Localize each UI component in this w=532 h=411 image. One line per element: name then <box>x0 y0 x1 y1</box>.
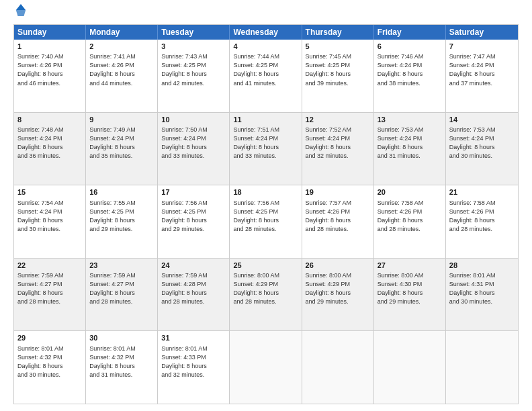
day-number: 2 <box>89 42 154 52</box>
calendar-cell-23: 23Sunrise: 7:59 AMSunset: 4:27 PMDayligh… <box>86 259 158 331</box>
calendar-cell-22: 22Sunrise: 7:59 AMSunset: 4:27 PMDayligh… <box>14 259 86 331</box>
logo <box>13 11 27 17</box>
cell-info: Sunrise: 7:50 AMSunset: 4:24 PMDaylight:… <box>161 126 226 161</box>
day-number: 14 <box>449 115 515 125</box>
calendar-cell-7: 7Sunrise: 7:47 AMSunset: 4:24 PMDaylight… <box>446 40 518 112</box>
day-number: 12 <box>306 115 370 125</box>
calendar-cell-12: 12Sunrise: 7:52 AMSunset: 4:24 PMDayligh… <box>302 113 374 185</box>
calendar-cell-1: 1Sunrise: 7:40 AMSunset: 4:26 PMDaylight… <box>14 40 86 112</box>
day-number: 9 <box>89 115 154 125</box>
calendar-cell-19: 19Sunrise: 7:57 AMSunset: 4:26 PMDayligh… <box>302 185 374 258</box>
calendar-row-0: 1Sunrise: 7:40 AMSunset: 4:26 PMDaylight… <box>14 40 518 113</box>
calendar-cell-24: 24Sunrise: 7:59 AMSunset: 4:28 PMDayligh… <box>158 259 230 331</box>
logo-icon <box>15 3 27 17</box>
calendar-cell-3: 3Sunrise: 7:43 AMSunset: 4:25 PMDaylight… <box>158 40 230 112</box>
day-number: 29 <box>17 333 82 343</box>
calendar-cell-16: 16Sunrise: 7:55 AMSunset: 4:25 PMDayligh… <box>86 185 158 258</box>
calendar-row-4: 29Sunrise: 8:01 AMSunset: 4:32 PMDayligh… <box>14 331 518 404</box>
cell-info: Sunrise: 7:51 AMSunset: 4:24 PMDaylight:… <box>233 126 298 161</box>
calendar-row-3: 22Sunrise: 7:59 AMSunset: 4:27 PMDayligh… <box>14 259 518 332</box>
header-day-thursday: Thursday <box>302 25 374 40</box>
calendar-cell-29: 29Sunrise: 8:01 AMSunset: 4:32 PMDayligh… <box>14 331 86 404</box>
day-number: 27 <box>378 261 442 271</box>
svg-marker-0 <box>16 4 26 10</box>
day-number: 23 <box>89 261 154 271</box>
header-day-wednesday: Wednesday <box>230 25 302 40</box>
calendar-cell-17: 17Sunrise: 7:56 AMSunset: 4:25 PMDayligh… <box>158 185 230 258</box>
calendar-cell-14: 14Sunrise: 7:53 AMSunset: 4:24 PMDayligh… <box>446 113 518 185</box>
header-day-friday: Friday <box>374 25 446 40</box>
cell-info: Sunrise: 7:48 AMSunset: 4:24 PMDaylight:… <box>17 126 82 161</box>
calendar-cell-4: 4Sunrise: 7:44 AMSunset: 4:25 PMDaylight… <box>230 40 302 112</box>
calendar-header: SundayMondayTuesdayWednesdayThursdayFrid… <box>14 25 518 40</box>
cell-info: Sunrise: 7:47 AMSunset: 4:24 PMDaylight:… <box>449 52 515 87</box>
day-number: 1 <box>17 42 82 52</box>
calendar-cell-empty-5 <box>374 331 446 404</box>
day-number: 24 <box>161 261 226 271</box>
cell-info: Sunrise: 8:00 AMSunset: 4:29 PMDaylight:… <box>233 271 298 306</box>
calendar-cell-11: 11Sunrise: 7:51 AMSunset: 4:24 PMDayligh… <box>230 113 302 185</box>
calendar-cell-26: 26Sunrise: 8:00 AMSunset: 4:29 PMDayligh… <box>302 259 374 331</box>
header-day-tuesday: Tuesday <box>158 25 230 40</box>
header <box>13 11 519 17</box>
calendar-cell-27: 27Sunrise: 8:00 AMSunset: 4:30 PMDayligh… <box>374 259 446 331</box>
day-number: 8 <box>17 115 82 125</box>
calendar-cell-8: 8Sunrise: 7:48 AMSunset: 4:24 PMDaylight… <box>14 113 86 185</box>
cell-info: Sunrise: 8:01 AMSunset: 4:32 PMDaylight:… <box>89 345 154 379</box>
day-number: 30 <box>89 333 154 343</box>
cell-info: Sunrise: 7:59 AMSunset: 4:27 PMDaylight:… <box>89 271 154 306</box>
calendar-cell-18: 18Sunrise: 7:56 AMSunset: 4:25 PMDayligh… <box>230 185 302 258</box>
day-number: 10 <box>161 115 226 125</box>
calendar-cell-21: 21Sunrise: 7:58 AMSunset: 4:26 PMDayligh… <box>446 185 518 258</box>
cell-info: Sunrise: 7:57 AMSunset: 4:26 PMDaylight:… <box>306 199 370 234</box>
cell-info: Sunrise: 8:00 AMSunset: 4:29 PMDaylight:… <box>306 271 370 306</box>
day-number: 20 <box>378 187 442 197</box>
cell-info: Sunrise: 7:56 AMSunset: 4:25 PMDaylight:… <box>233 199 298 234</box>
cell-info: Sunrise: 7:58 AMSunset: 4:26 PMDaylight:… <box>449 199 515 234</box>
day-number: 15 <box>17 187 82 197</box>
cell-info: Sunrise: 7:49 AMSunset: 4:24 PMDaylight:… <box>89 126 154 161</box>
calendar: SundayMondayTuesdayWednesdayThursdayFrid… <box>13 24 519 404</box>
calendar-cell-9: 9Sunrise: 7:49 AMSunset: 4:24 PMDaylight… <box>86 113 158 185</box>
day-number: 22 <box>17 261 82 271</box>
day-number: 11 <box>233 115 298 125</box>
calendar-cell-20: 20Sunrise: 7:58 AMSunset: 4:26 PMDayligh… <box>374 185 446 258</box>
cell-info: Sunrise: 7:53 AMSunset: 4:24 PMDaylight:… <box>378 126 442 161</box>
svg-marker-1 <box>16 10 26 16</box>
day-number: 6 <box>378 42 442 52</box>
calendar-cell-empty-4 <box>302 331 374 404</box>
cell-info: Sunrise: 8:01 AMSunset: 4:31 PMDaylight:… <box>449 271 515 306</box>
calendar-cell-empty-3 <box>230 331 302 404</box>
cell-info: Sunrise: 7:52 AMSunset: 4:24 PMDaylight:… <box>306 126 370 161</box>
cell-info: Sunrise: 7:58 AMSunset: 4:26 PMDaylight:… <box>378 199 442 234</box>
cell-info: Sunrise: 7:40 AMSunset: 4:26 PMDaylight:… <box>17 52 82 87</box>
cell-info: Sunrise: 7:54 AMSunset: 4:24 PMDaylight:… <box>17 199 82 234</box>
day-number: 5 <box>306 42 370 52</box>
day-number: 3 <box>161 42 226 52</box>
day-number: 21 <box>449 187 515 197</box>
calendar-cell-5: 5Sunrise: 7:45 AMSunset: 4:25 PMDaylight… <box>302 40 374 112</box>
calendar-cell-2: 2Sunrise: 7:41 AMSunset: 4:26 PMDaylight… <box>86 40 158 112</box>
calendar-row-2: 15Sunrise: 7:54 AMSunset: 4:24 PMDayligh… <box>14 185 518 259</box>
calendar-cell-31: 31Sunrise: 8:01 AMSunset: 4:33 PMDayligh… <box>158 331 230 404</box>
cell-info: Sunrise: 7:43 AMSunset: 4:25 PMDaylight:… <box>161 52 226 87</box>
header-day-saturday: Saturday <box>446 25 518 40</box>
day-number: 17 <box>161 187 226 197</box>
cell-info: Sunrise: 7:53 AMSunset: 4:24 PMDaylight:… <box>449 126 515 161</box>
cell-info: Sunrise: 7:55 AMSunset: 4:25 PMDaylight:… <box>89 199 154 234</box>
cell-info: Sunrise: 7:59 AMSunset: 4:27 PMDaylight:… <box>17 271 82 306</box>
calendar-cell-28: 28Sunrise: 8:01 AMSunset: 4:31 PMDayligh… <box>446 259 518 331</box>
day-number: 7 <box>449 42 515 52</box>
day-number: 4 <box>233 42 298 52</box>
day-number: 18 <box>233 187 298 197</box>
day-number: 16 <box>89 187 154 197</box>
calendar-cell-empty-6 <box>446 331 518 404</box>
cell-info: Sunrise: 8:01 AMSunset: 4:33 PMDaylight:… <box>161 345 226 379</box>
day-number: 31 <box>161 333 226 343</box>
calendar-cell-30: 30Sunrise: 8:01 AMSunset: 4:32 PMDayligh… <box>86 331 158 404</box>
cell-info: Sunrise: 8:00 AMSunset: 4:30 PMDaylight:… <box>378 271 442 306</box>
calendar-cell-25: 25Sunrise: 8:00 AMSunset: 4:29 PMDayligh… <box>230 259 302 331</box>
calendar-cell-10: 10Sunrise: 7:50 AMSunset: 4:24 PMDayligh… <box>158 113 230 185</box>
calendar-cell-15: 15Sunrise: 7:54 AMSunset: 4:24 PMDayligh… <box>14 185 86 258</box>
calendar-body: 1Sunrise: 7:40 AMSunset: 4:26 PMDaylight… <box>14 40 518 404</box>
